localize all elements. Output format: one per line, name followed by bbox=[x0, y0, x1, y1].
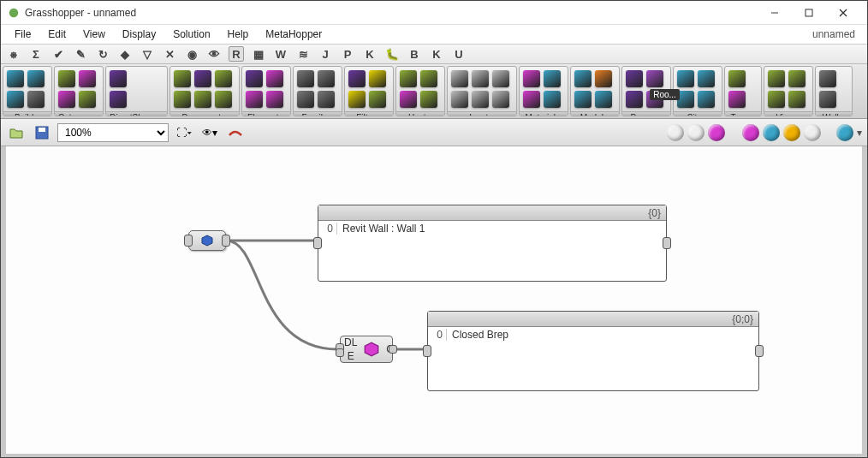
toolbar-glyph-8[interactable]: ◉ bbox=[184, 46, 199, 62]
ribbon-icon[interactable] bbox=[626, 91, 643, 108]
ribbon-label[interactable]: DirectShape bbox=[106, 111, 167, 116]
ribbon-icon[interactable] bbox=[472, 91, 489, 108]
ribbon-icon[interactable] bbox=[174, 70, 191, 87]
ribbon-icon[interactable] bbox=[27, 91, 45, 108]
ribbon-label[interactable]: Input bbox=[448, 111, 516, 116]
ribbon-label[interactable]: Para... bbox=[622, 111, 670, 116]
ribbon-icon[interactable] bbox=[819, 70, 836, 87]
ribbon-icon[interactable] bbox=[420, 70, 437, 87]
ribbon-icon[interactable] bbox=[544, 70, 561, 87]
menu-help[interactable]: Help bbox=[219, 28, 258, 40]
ribbon-icon[interactable] bbox=[266, 70, 283, 87]
toolbar-glyph-1[interactable]: Σ bbox=[28, 46, 44, 62]
ribbon-label[interactable]: Site bbox=[674, 111, 722, 116]
ribbon-label[interactable]: Build bbox=[3, 111, 51, 116]
port-in-2[interactable] bbox=[336, 348, 344, 357]
ribbon-icon[interactable] bbox=[595, 70, 612, 87]
menu-solution[interactable]: Solution bbox=[164, 28, 218, 40]
ribbon-label[interactable]: View bbox=[764, 111, 812, 116]
ribbon-icon[interactable] bbox=[523, 91, 540, 108]
toolbar-glyph-17[interactable]: 🐛 bbox=[384, 46, 400, 62]
port-out[interactable] bbox=[663, 237, 671, 249]
toolbar-glyph-20[interactable]: U bbox=[451, 46, 467, 62]
panel-2[interactable]: {0;0} 0 Closed Brep bbox=[427, 311, 759, 391]
param-node[interactable] bbox=[188, 230, 226, 251]
port-out[interactable] bbox=[755, 345, 764, 357]
maximize-button[interactable] bbox=[792, 3, 826, 23]
ribbon-icon[interactable] bbox=[768, 70, 785, 87]
ribbon-icon[interactable] bbox=[348, 70, 366, 87]
ribbon-icon[interactable] bbox=[246, 70, 263, 87]
ribbon-icon[interactable] bbox=[626, 70, 643, 87]
ribbon-label[interactable]: Type bbox=[725, 111, 761, 116]
ribbon-icon[interactable] bbox=[27, 70, 45, 87]
ribbon-icon[interactable] bbox=[698, 70, 715, 87]
ribbon-label[interactable]: Family bbox=[294, 111, 342, 116]
menu-file[interactable]: File bbox=[6, 28, 39, 40]
close-button[interactable] bbox=[826, 3, 860, 23]
toolbar-glyph-16[interactable]: K bbox=[362, 46, 378, 62]
ribbon-label[interactable]: Filter bbox=[345, 111, 393, 116]
ribbon-icon[interactable] bbox=[768, 91, 785, 108]
toolbar-glyph-2[interactable]: ✔ bbox=[51, 46, 66, 62]
ribbon-icon[interactable] bbox=[451, 91, 468, 108]
ribbon-label[interactable]: Material bbox=[520, 111, 568, 116]
ribbon-icon[interactable] bbox=[110, 91, 127, 108]
ribbon-icon[interactable] bbox=[58, 70, 75, 87]
ribbon-icon[interactable] bbox=[194, 70, 211, 87]
port-in[interactable] bbox=[184, 235, 193, 247]
toolbar-glyph-5[interactable]: ◆ bbox=[117, 46, 133, 62]
canvas[interactable]: {0} 0 Revit Wall : Wall 1 DLE G {0;0} 0 … bbox=[1, 146, 867, 458]
ribbon-icon[interactable] bbox=[7, 91, 24, 108]
ribbon-icon[interactable] bbox=[174, 91, 191, 108]
ribbon-icon[interactable] bbox=[492, 70, 509, 87]
port-out[interactable] bbox=[389, 345, 397, 354]
display-sphere[interactable] bbox=[708, 124, 725, 141]
component-node[interactable]: DLE G bbox=[340, 336, 393, 363]
port-out[interactable] bbox=[222, 235, 230, 247]
toolbar-glyph-6[interactable]: ▽ bbox=[140, 46, 155, 62]
ribbon-icon[interactable] bbox=[420, 91, 437, 108]
ribbon-icon[interactable] bbox=[79, 70, 96, 87]
save-button[interactable] bbox=[32, 122, 52, 143]
ribbon-icon[interactable] bbox=[297, 91, 314, 108]
display-sphere[interactable] bbox=[687, 124, 705, 141]
ribbon-icon[interactable] bbox=[451, 70, 468, 87]
ribbon-icon[interactable] bbox=[698, 91, 715, 108]
ribbon-icon[interactable] bbox=[728, 91, 746, 108]
ribbon-icon[interactable] bbox=[297, 70, 314, 87]
ribbon-label[interactable]: Model bbox=[571, 111, 619, 116]
port-in[interactable] bbox=[423, 345, 431, 357]
ribbon-icon[interactable] bbox=[646, 70, 663, 87]
toolbar-glyph-12[interactable]: W bbox=[273, 46, 288, 62]
ribbon-icon[interactable] bbox=[574, 91, 592, 108]
menu-display[interactable]: Display bbox=[114, 28, 164, 40]
toolbar-glyph-19[interactable]: K bbox=[429, 46, 444, 62]
menu-edit[interactable]: Edit bbox=[39, 28, 74, 40]
menu-view[interactable]: View bbox=[74, 28, 114, 40]
toolbar-glyph-11[interactable]: ▦ bbox=[251, 46, 266, 62]
preview-button[interactable]: 👁▾ bbox=[199, 122, 220, 143]
ribbon-icon[interactable] bbox=[369, 70, 386, 87]
ribbon-label[interactable]: Document bbox=[170, 111, 239, 116]
ribbon-icon[interactable] bbox=[246, 91, 263, 108]
ribbon-icon[interactable] bbox=[400, 91, 417, 108]
ribbon-icon[interactable] bbox=[348, 91, 366, 108]
ribbon-icon[interactable] bbox=[369, 91, 386, 108]
ribbon-icon[interactable] bbox=[677, 91, 694, 108]
toolbar-glyph-13[interactable]: ≋ bbox=[295, 46, 311, 62]
ribbon-icon[interactable] bbox=[194, 91, 211, 108]
zoom-extents-button[interactable]: ⛶▾ bbox=[174, 122, 194, 143]
ribbon-icon[interactable] bbox=[318, 70, 335, 87]
ribbon-icon[interactable] bbox=[110, 70, 127, 87]
ribbon-label[interactable]: Element bbox=[242, 111, 290, 116]
ribbon-icon[interactable] bbox=[318, 91, 335, 108]
ribbon-icon[interactable] bbox=[58, 91, 75, 108]
ribbon-icon[interactable] bbox=[788, 70, 806, 87]
toolbar-glyph-18[interactable]: B bbox=[407, 46, 422, 62]
toolbar-glyph-3[interactable]: ✎ bbox=[73, 46, 88, 62]
zoom-select[interactable]: 100% bbox=[57, 123, 169, 142]
ribbon-icon[interactable] bbox=[472, 70, 489, 87]
ribbon-icon[interactable] bbox=[400, 70, 417, 87]
ribbon-icon[interactable] bbox=[788, 91, 806, 108]
